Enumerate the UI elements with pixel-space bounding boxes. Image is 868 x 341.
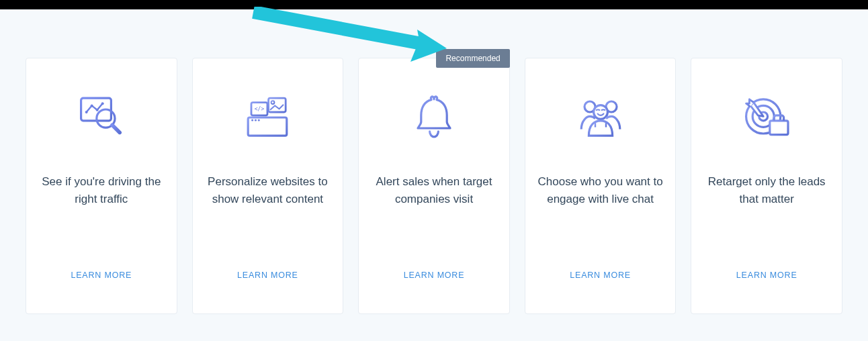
learn-more-link[interactable]: LEARN MORE: [237, 271, 298, 280]
card-title: Retarget only the leads that matter: [703, 173, 830, 209]
svg-point-13: [258, 119, 260, 121]
svg-point-12: [255, 119, 257, 121]
feature-card-retarget[interactable]: Retarget only the leads that matter LEAR…: [691, 58, 842, 314]
svg-point-5: [95, 108, 98, 111]
people-group-icon: [574, 85, 627, 149]
card-title: Choose who you want to engage with live …: [537, 173, 664, 209]
svg-line-8: [112, 125, 120, 132]
card-title: Alert sales when target companies visit: [371, 173, 497, 209]
learn-more-link[interactable]: LEARN MORE: [736, 271, 797, 280]
top-black-strip: [0, 0, 868, 9]
feature-card-live-chat[interactable]: Choose who you want to engage with live …: [525, 58, 677, 314]
svg-point-3: [85, 111, 87, 113]
analytics-magnifier-icon: [75, 85, 128, 149]
svg-point-6: [101, 102, 103, 105]
svg-point-4: [90, 104, 93, 107]
svg-point-22: [593, 105, 607, 119]
learn-more-link[interactable]: LEARN MORE: [404, 271, 465, 280]
target-briefcase-icon: [740, 85, 793, 149]
website-layout-icon: </>: [241, 85, 294, 149]
svg-point-11: [251, 119, 253, 121]
learn-more-link[interactable]: LEARN MORE: [570, 271, 631, 280]
learn-more-link[interactable]: LEARN MORE: [71, 271, 132, 280]
feature-card-traffic[interactable]: See if you're driving the right traffic …: [26, 58, 177, 314]
card-title: Personalize websites to show relevant co…: [205, 173, 331, 209]
feature-cards-row: See if you're driving the right traffic …: [0, 0, 868, 341]
bell-icon: [407, 85, 461, 149]
feature-card-alert-sales[interactable]: Recommended Alert sales when target comp…: [358, 58, 510, 314]
svg-text:</>: </>: [255, 106, 265, 112]
svg-point-17: [271, 101, 275, 104]
card-title: See if you're driving the right traffic: [38, 173, 165, 209]
recommended-badge: Recommended: [436, 49, 509, 68]
svg-rect-26: [770, 120, 788, 134]
feature-card-personalize[interactable]: </> Personalize websites to show relevan…: [192, 58, 344, 314]
